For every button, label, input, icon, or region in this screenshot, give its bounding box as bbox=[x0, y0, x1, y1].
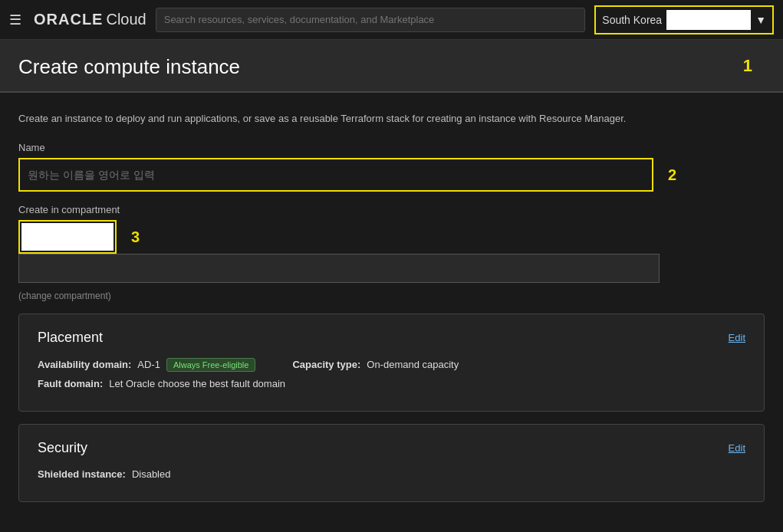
placement-fault-row: Fault domain: Let Oracle choose the best… bbox=[38, 378, 745, 389]
region-label: South Korea bbox=[602, 14, 662, 26]
ad-value: AD-1 bbox=[137, 359, 160, 370]
ad-label: Availability domain: bbox=[38, 359, 131, 370]
security-edit-link[interactable]: Edit bbox=[729, 442, 745, 454]
step-3-badge: 3 bbox=[131, 228, 140, 245]
chevron-down-icon: ▼ bbox=[755, 14, 766, 26]
region-input[interactable] bbox=[666, 10, 751, 30]
placement-capacity-pair: Capacity type: On-demand capacity bbox=[292, 359, 459, 370]
region-selector[interactable]: South Korea ▼ bbox=[594, 5, 774, 34]
compartment-full-input[interactable] bbox=[18, 254, 660, 283]
name-label: Name bbox=[18, 142, 765, 153]
security-title: Security bbox=[38, 440, 87, 456]
placement-header: Placement Edit bbox=[38, 330, 745, 346]
compartment-input[interactable] bbox=[21, 223, 114, 251]
compartment-field-wrapper bbox=[18, 220, 117, 254]
compartment-label: Create in compartment bbox=[18, 204, 765, 215]
description-text: Create an instance to deploy and run app… bbox=[18, 111, 647, 126]
name-field-wrapper bbox=[18, 158, 653, 192]
oracle-logo: ORACLE Cloud bbox=[34, 11, 146, 28]
fault-domain-label: Fault domain: bbox=[38, 378, 103, 389]
main-content: Create an instance to deploy and run app… bbox=[0, 93, 783, 532]
shielded-label: Shielded instance: bbox=[38, 468, 126, 480]
compartment-hint: (change compartment) bbox=[18, 291, 111, 301]
capacity-value: On-demand capacity bbox=[367, 359, 459, 370]
search-input[interactable] bbox=[156, 8, 586, 32]
placement-ad-row: Availability domain: AD-1 Always Free-el… bbox=[38, 358, 745, 372]
step-1-badge: 1 bbox=[743, 56, 752, 76]
top-navigation: ☰ ORACLE Cloud South Korea ▼ bbox=[0, 0, 783, 40]
oracle-text: ORACLE bbox=[34, 11, 103, 28]
step-2-badge: 2 bbox=[668, 166, 676, 183]
hamburger-icon[interactable]: ☰ bbox=[9, 11, 21, 28]
page-title: Create compute instance bbox=[18, 55, 765, 79]
fault-domain-value: Let Oracle choose the best fault domain bbox=[109, 378, 285, 389]
placement-title: Placement bbox=[38, 330, 103, 346]
name-form-group: Name 2 bbox=[18, 142, 765, 192]
security-shielded-row: Shielded instance: Disabled bbox=[38, 468, 745, 480]
capacity-label: Capacity type: bbox=[292, 359, 360, 370]
cloud-text: Cloud bbox=[106, 11, 146, 28]
security-section: Security Edit Shielded instance: Disable… bbox=[18, 424, 765, 502]
name-input[interactable] bbox=[21, 161, 650, 189]
placement-edit-link[interactable]: Edit bbox=[729, 332, 745, 343]
page-header: Create compute instance 1 bbox=[0, 40, 783, 93]
placement-section: Placement Edit Availability domain: AD-1… bbox=[18, 314, 765, 412]
compartment-form-group: Create in compartment 3 (change compartm… bbox=[18, 204, 765, 301]
security-header: Security Edit bbox=[38, 440, 745, 456]
placement-ad-pair: Availability domain: AD-1 Always Free-el… bbox=[38, 358, 255, 372]
shielded-value: Disabled bbox=[132, 468, 171, 480]
free-eligible-badge: Always Free-eligible bbox=[166, 358, 255, 372]
